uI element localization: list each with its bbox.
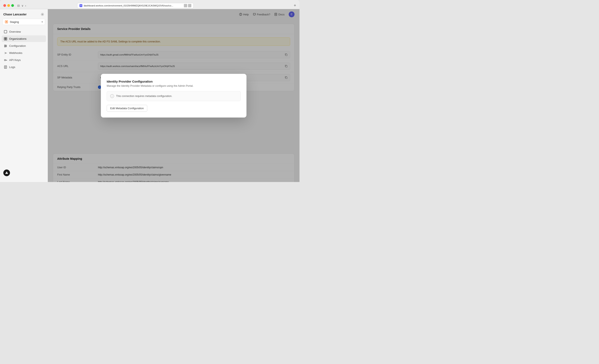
workos-logo: [3, 169, 10, 176]
chevron-down-icon[interactable]: ∨: [21, 4, 24, 7]
sidebar-toggle-icon[interactable]: ⊟: [17, 4, 20, 7]
new-tab-button[interactable]: +: [294, 3, 296, 8]
identity-provider-modal: Identity Provider Configuration Manage t…: [101, 74, 247, 117]
sidebar-bottom: [0, 167, 48, 179]
browser-nav-icons: ⊟ ∨ ‹: [17, 4, 26, 7]
minimize-button[interactable]: [7, 4, 10, 7]
sidebar-item-organizations[interactable]: Organizations: [2, 35, 46, 42]
main-wrapper: Help Feedback? Docs C: [48, 9, 300, 182]
staging-label: Staging: [10, 20, 40, 24]
modal-info-box: i This connection requires metadata conf…: [107, 91, 241, 101]
sidebar-item-label-webhooks: Webhooks: [9, 51, 22, 54]
address-bar-icons: [184, 4, 191, 7]
traffic-lights: [3, 4, 14, 7]
svg-point-2: [6, 21, 7, 22]
sidebar: Chase Lancaster Staging ▾ Overview: [0, 9, 48, 182]
sidebar-item-label-overview: Overview: [9, 30, 21, 33]
configuration-icon: [4, 44, 7, 47]
sidebar-item-label-configuration: Configuration: [9, 44, 26, 47]
svg-point-11: [5, 45, 5, 45]
svg-rect-3: [4, 30, 7, 33]
svg-marker-23: [5, 171, 8, 174]
sidebar-item-overview[interactable]: Overview: [2, 28, 46, 35]
logs-icon: [4, 65, 7, 69]
svg-point-15: [4, 60, 6, 61]
site-icon: W: [79, 4, 82, 7]
svg-rect-7: [6, 39, 7, 40]
share-icon: [188, 4, 191, 7]
svg-point-13: [5, 46, 5, 47]
sidebar-item-label-logs: Logs: [9, 65, 15, 69]
maximize-button[interactable]: [11, 4, 14, 7]
svg-rect-4: [4, 37, 5, 39]
info-icon: i: [110, 94, 114, 98]
modal-overlay: Identity Provider Configuration Manage t…: [48, 9, 300, 182]
back-icon[interactable]: ‹: [25, 4, 26, 7]
svg-point-0: [42, 14, 43, 15]
overview-icon: [4, 30, 7, 33]
sidebar-item-logs[interactable]: Logs: [2, 64, 46, 70]
chevron-down-icon: ▾: [42, 21, 43, 23]
url-text: dashboard.workos.com/environment_01G5H99…: [84, 4, 183, 7]
modal-info-text: This connection requires metadata config…: [116, 95, 172, 98]
api-keys-icon: [4, 58, 7, 62]
svg-rect-6: [4, 39, 5, 40]
sidebar-item-api-keys[interactable]: API Keys: [2, 57, 46, 63]
modal-title: Identity Provider Configuration: [107, 80, 241, 83]
sidebar-item-configuration[interactable]: Configuration: [2, 43, 46, 49]
sidebar-item-webhooks[interactable]: Webhooks: [2, 50, 46, 56]
settings-icon[interactable]: [41, 12, 44, 16]
sidebar-header: Chase Lancaster: [0, 12, 48, 19]
user-name: Chase Lancaster: [3, 13, 27, 16]
organizations-icon: [4, 37, 7, 40]
edit-metadata-button[interactable]: Edit Metadata Configuration: [107, 105, 147, 112]
sidebar-item-label-api-keys: API Keys: [9, 58, 21, 62]
webhooks-icon: [4, 51, 7, 54]
modal-subtitle: Manage the Identity Provider Metadata or…: [107, 84, 241, 87]
sidebar-nav: Overview Organizations: [0, 28, 48, 167]
svg-point-12: [6, 45, 6, 46]
lock-icon: [184, 4, 187, 7]
app-container: Chase Lancaster Staging ▾ Overview: [0, 9, 300, 182]
svg-rect-5: [6, 37, 7, 39]
browser-chrome: ⊟ ∨ ‹ W dashboard.workos.com/environment…: [0, 0, 300, 9]
staging-dropdown[interactable]: Staging ▾: [2, 19, 45, 25]
sidebar-item-label-organizations: Organizations: [9, 37, 26, 40]
staging-icon: [5, 20, 8, 24]
address-bar[interactable]: W dashboard.workos.com/environment_01G5H…: [77, 3, 194, 8]
close-button[interactable]: [3, 4, 6, 7]
